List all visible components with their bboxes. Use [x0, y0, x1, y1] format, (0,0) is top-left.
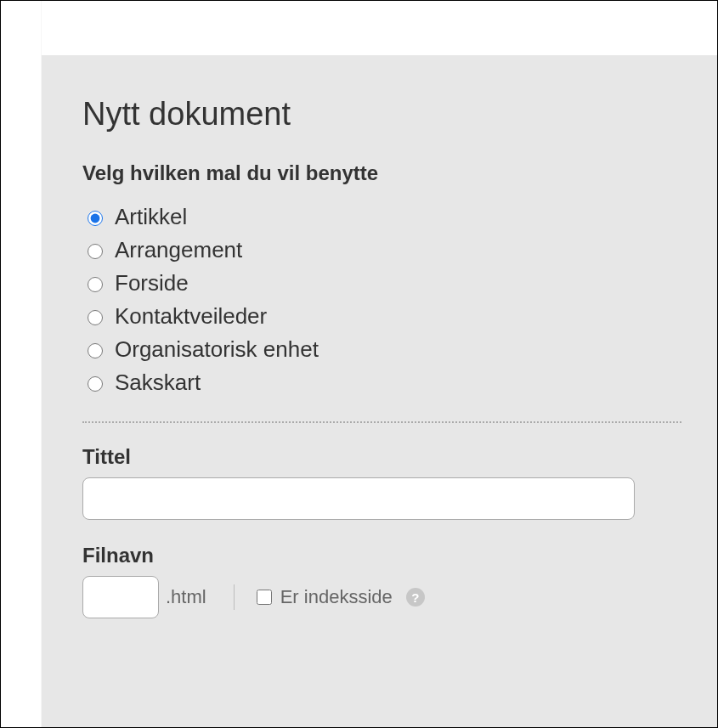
filename-row: .html Er indeksside ? [82, 576, 681, 618]
radio-arrangement[interactable] [88, 244, 103, 259]
left-gutter [1, 1, 42, 727]
radio-sakskart[interactable] [88, 376, 103, 392]
window: Nytt dokument Velg hvilken mal du vil be… [0, 0, 718, 728]
divider [82, 421, 681, 423]
radio-label-artikkel[interactable]: Artikkel [115, 204, 187, 230]
main-panel: Nytt dokument Velg hvilken mal du vil be… [42, 55, 717, 727]
template-option-arrangement[interactable]: Arrangement [88, 237, 681, 263]
index-checkbox[interactable] [257, 590, 272, 605]
title-field-block: Tittel [82, 445, 681, 520]
radio-kontaktveileder[interactable] [88, 310, 103, 325]
template-option-organisatorisk-enhet[interactable]: Organisatorisk enhet [88, 336, 681, 363]
radio-organisatorisk-enhet[interactable] [88, 343, 103, 358]
radio-label-arrangement[interactable]: Arrangement [115, 237, 242, 263]
radio-label-forside[interactable]: Forside [115, 270, 189, 296]
template-option-sakskart[interactable]: Sakskart [88, 370, 681, 396]
template-option-kontaktveileder[interactable]: Kontaktveileder [88, 303, 681, 330]
filename-field-label: Filnavn [82, 544, 681, 567]
page-title: Nytt dokument [82, 96, 681, 133]
radio-label-sakskart[interactable]: Sakskart [115, 370, 201, 396]
title-input[interactable] [82, 477, 635, 520]
template-option-artikkel[interactable]: Artikkel [88, 204, 681, 230]
filename-field-block: Filnavn .html Er indeksside ? [82, 544, 681, 618]
help-icon[interactable]: ? [406, 588, 425, 607]
template-section-label: Velg hvilken mal du vil benytte [82, 161, 681, 185]
title-field-label: Tittel [82, 445, 681, 469]
filename-extension: .html [166, 586, 206, 608]
filename-input[interactable] [82, 576, 159, 618]
index-checkbox-wrap[interactable]: Er indeksside ? [257, 586, 425, 608]
template-radio-group: Artikkel Arrangement Forside Kontaktveil… [88, 204, 681, 396]
radio-label-organisatorisk-enhet[interactable]: Organisatorisk enhet [115, 336, 319, 363]
index-checkbox-label[interactable]: Er indeksside [280, 586, 393, 608]
radio-artikkel[interactable] [88, 211, 103, 226]
template-option-forside[interactable]: Forside [88, 270, 681, 296]
radio-forside[interactable] [88, 277, 103, 292]
top-bar [42, 1, 717, 55]
vertical-divider [234, 584, 235, 610]
radio-label-kontaktveileder[interactable]: Kontaktveileder [115, 303, 267, 330]
